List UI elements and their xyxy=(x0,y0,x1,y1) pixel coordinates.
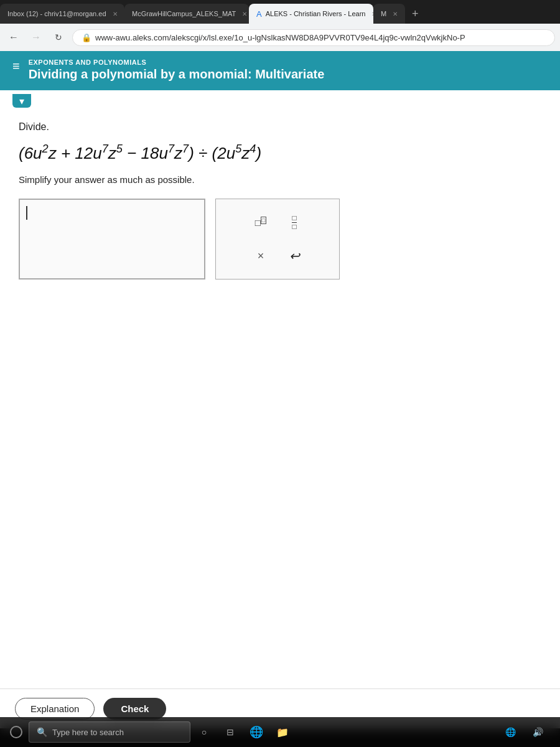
taskbar-search[interactable]: 🔍 Type here to search xyxy=(29,721,190,743)
tab-close-m[interactable]: ✕ xyxy=(393,11,398,17)
text-cursor xyxy=(26,206,27,220)
undo-button[interactable]: ↩ xyxy=(283,246,306,266)
files-icon: 📁 xyxy=(276,726,289,738)
taskbar-files-button[interactable]: 📁 xyxy=(270,720,295,745)
header-topic: EXPONENTS AND POLYNOMIALS xyxy=(29,59,325,66)
refresh-button[interactable]: ↻ xyxy=(50,29,67,46)
dropdown-chevron-button[interactable] xyxy=(12,94,31,108)
check-button[interactable]: Check xyxy=(103,698,166,720)
header-text-block: EXPONENTS AND POLYNOMIALS Dividing a pol… xyxy=(29,59,325,82)
hamburger-icon[interactable]: ≡ xyxy=(12,60,20,72)
explanation-button[interactable]: Explanation xyxy=(15,698,95,720)
chevron-row xyxy=(0,90,560,111)
tab-label: ALEKS - Christian Rivers - Learn xyxy=(266,10,366,17)
url-bar[interactable]: 🔒 www-awu.aleks.com/alekscgi/x/lsl.exe/1… xyxy=(72,29,555,46)
search-placeholder-text: Type here to search xyxy=(52,728,124,737)
spacer xyxy=(19,292,541,682)
url-text: www-awu.aleks.com/alekscgi/x/lsl.exe/1o_… xyxy=(95,33,546,42)
fraction-icon: □ □ xyxy=(292,214,296,230)
taskbar-edge-button[interactable]: 🌐 xyxy=(244,720,269,745)
toolbar-row-1: □□ □ □ xyxy=(250,212,306,232)
volume-icon: 🔊 xyxy=(533,727,543,737)
lock-icon: 🔒 xyxy=(82,33,91,42)
tab-bar: Inbox (12) - chriv11@morgan.ed ✕ McGrawH… xyxy=(0,0,560,24)
network-icon: 🌐 xyxy=(505,727,516,737)
cortana-icon: ○ xyxy=(202,727,207,737)
aleks-icon: A xyxy=(256,9,262,19)
taskbar-network-button[interactable]: 🌐 xyxy=(498,720,523,745)
tab-m[interactable]: M ✕ xyxy=(373,4,405,24)
tab-inbox[interactable]: Inbox (12) - chriv11@morgan.ed ✕ xyxy=(0,4,124,24)
answer-input-box[interactable] xyxy=(19,199,205,280)
search-icon: 🔍 xyxy=(37,727,47,737)
new-tab-button[interactable]: + xyxy=(405,4,425,24)
edge-icon: 🌐 xyxy=(250,725,263,739)
tab-close-inbox[interactable]: ✕ xyxy=(113,11,118,17)
start-button[interactable] xyxy=(5,721,27,743)
tab-close-mcgraw[interactable]: ✕ xyxy=(242,11,247,17)
tab-label: Inbox (12) - chriv11@morgan.ed xyxy=(7,10,106,17)
taskbar-cortana-button[interactable]: ○ xyxy=(192,720,217,745)
math-expression: (6u2z + 12u7z5 − 18u7z7) ÷ (2u5z4) xyxy=(19,141,541,164)
times-icon: × xyxy=(258,250,264,263)
answer-area: □□ □ □ × xyxy=(19,199,541,280)
tab-mcgraw[interactable]: McGrawHillCampus_ALEKS_MAT ✕ xyxy=(124,4,249,24)
taskbar: 🔍 Type here to search ○ ⊟ 🌐 📁 🌐 🔊 xyxy=(0,717,560,747)
tab-aleks[interactable]: A ALEKS - Christian Rivers - Learn ✕ xyxy=(249,4,373,24)
math-toolbar: □□ □ □ × xyxy=(215,199,340,280)
undo-icon: ↩ xyxy=(289,248,300,263)
back-button[interactable]: ← xyxy=(5,29,22,46)
simplify-label: Simplify your answer as much as possible… xyxy=(19,174,541,185)
tab-label: M xyxy=(381,10,386,17)
taskbar-right-area: 🌐 🔊 xyxy=(498,720,555,745)
fraction-button[interactable]: □ □ xyxy=(283,212,306,232)
browser-chrome: Inbox (12) - chriv11@morgan.ed ✕ McGrawH… xyxy=(0,0,560,51)
taskview-icon: ⊟ xyxy=(226,727,234,737)
forward-button[interactable]: → xyxy=(27,29,45,46)
address-bar: ← → ↻ 🔒 www-awu.aleks.com/alekscgi/x/lsl… xyxy=(0,24,560,51)
divide-label: Divide. xyxy=(19,121,541,133)
toolbar-row-2: × ↩ xyxy=(250,246,306,266)
multiply-button[interactable]: × xyxy=(250,246,272,266)
aleks-header: ≡ EXPONENTS AND POLYNOMIALS Dividing a p… xyxy=(0,51,560,90)
superscript-icon: □□ xyxy=(255,217,267,228)
start-icon xyxy=(10,726,22,738)
taskbar-volume-button[interactable]: 🔊 xyxy=(525,720,550,745)
superscript-button[interactable]: □□ xyxy=(250,212,272,232)
page-content: ≡ EXPONENTS AND POLYNOMIALS Dividing a p… xyxy=(0,51,560,728)
problem-area: Divide. (6u2z + 12u7z5 − 18u7z7) ÷ (2u5z… xyxy=(0,111,560,688)
tab-label: McGrawHillCampus_ALEKS_MAT xyxy=(132,10,236,17)
taskbar-taskview-button[interactable]: ⊟ xyxy=(218,720,243,745)
header-title: Dividing a polynomial by a monomial: Mul… xyxy=(29,67,325,82)
